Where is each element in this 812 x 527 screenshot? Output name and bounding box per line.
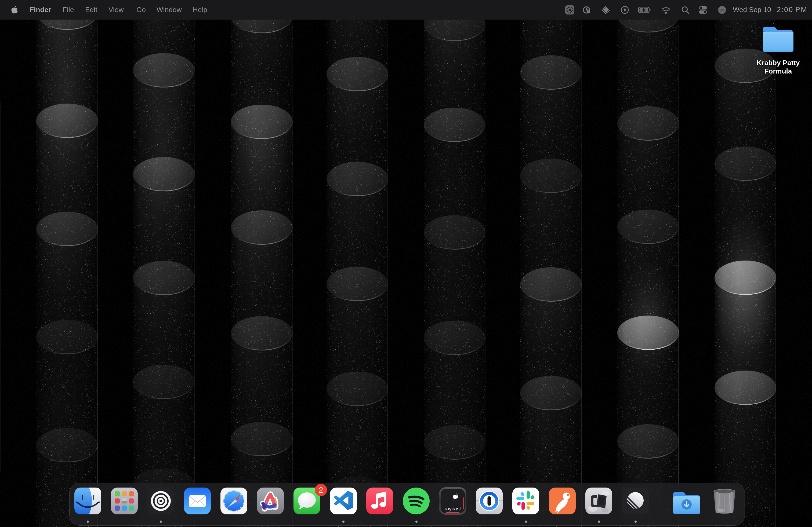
svg-text:raycast: raycast — [445, 506, 461, 511]
